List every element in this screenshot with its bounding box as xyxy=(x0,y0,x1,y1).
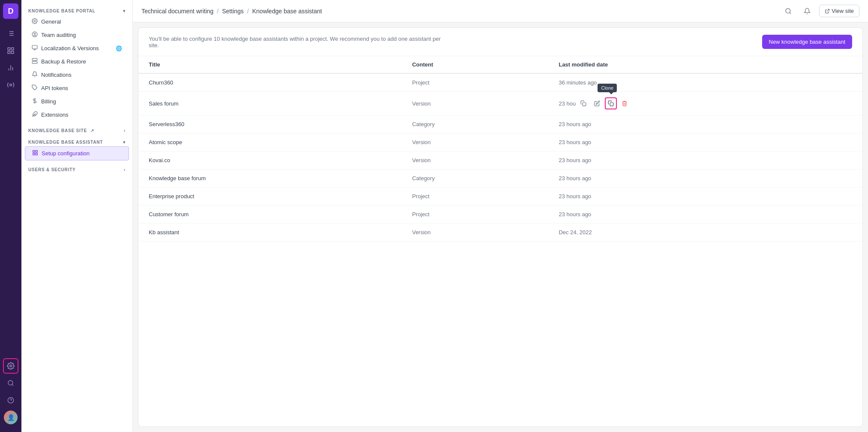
sidebar-item-dashboard[interactable] xyxy=(3,43,18,58)
date-text: 23 hou xyxy=(559,100,576,107)
svg-rect-33 xyxy=(33,151,35,152)
table-row: Sales forumVersion23 houClone xyxy=(138,92,862,115)
icon-bar-nav xyxy=(3,26,18,358)
backup-restore-icon xyxy=(32,58,38,65)
svg-point-19 xyxy=(34,20,36,22)
svg-rect-36 xyxy=(36,153,37,155)
icon-bar-bottom: 👤 xyxy=(3,358,18,429)
sidebar-item-backup-restore[interactable]: Backup & Restore xyxy=(25,55,129,68)
main-area: Technical document writing / Settings / … xyxy=(133,0,868,432)
external-link-icon xyxy=(825,9,830,14)
avatar[interactable]: 👤 xyxy=(3,410,18,425)
breadcrumb: Technical document writing / Settings / … xyxy=(141,8,322,15)
assistants-table: Title Content Last modified date Churn36… xyxy=(138,56,862,242)
svg-rect-9 xyxy=(8,51,10,54)
svg-rect-22 xyxy=(32,45,37,49)
assistant-title-link[interactable]: Knowledge base forum xyxy=(149,175,206,181)
table-row: Churn360Project36 minutes ago xyxy=(138,73,862,92)
assistant-title-link[interactable]: Serverless360 xyxy=(149,121,184,127)
sidebar-item-team-auditing[interactable]: Team auditing xyxy=(25,28,129,42)
assistant-content-type: Version xyxy=(402,92,548,115)
svg-rect-40 xyxy=(583,103,586,106)
content-description: You'll be able to configure 10 knowledge… xyxy=(149,36,449,48)
table-row: Serverless360Category23 hours ago xyxy=(138,115,862,133)
help-icon-button[interactable] xyxy=(3,393,18,408)
extensions-icon xyxy=(32,111,38,118)
svg-rect-34 xyxy=(36,151,37,152)
view-site-button[interactable]: View site xyxy=(819,5,859,17)
sidebar-item-extensions[interactable]: Extensions xyxy=(25,108,129,121)
kb-site-chevron-icon: › xyxy=(124,128,126,133)
header-notifications-button[interactable] xyxy=(800,4,814,18)
svg-point-15 xyxy=(8,381,13,385)
chevron-down-icon: ▾ xyxy=(123,9,126,13)
col-header-last-modified: Last modified date xyxy=(548,56,862,73)
breadcrumb-current: Knowledge base assistant xyxy=(252,8,322,15)
sidebar-item-api-tokens[interactable]: API tokens xyxy=(25,82,129,95)
section-header-knowledge-base-assistant[interactable]: KNOWLEDGE BASE ASSISTANT ▾ xyxy=(21,136,132,146)
notifications-icon xyxy=(32,71,38,79)
section-header-users-security[interactable]: USERS & SECURITY › xyxy=(21,164,132,174)
users-security-chevron-icon: › xyxy=(124,167,126,172)
sidebar-item-billing[interactable]: Billing xyxy=(25,95,129,108)
assistant-title-link[interactable]: Enterprise product xyxy=(149,193,194,199)
sidebar-item-library[interactable] xyxy=(3,26,18,41)
content-header: You'll be able to configure 10 knowledge… xyxy=(138,28,862,56)
breadcrumb-settings: Settings xyxy=(222,8,244,15)
assistant-date-cell: 23 houClone xyxy=(548,92,862,115)
assistant-title-link[interactable]: Churn360 xyxy=(149,79,173,86)
content-area: You'll be able to configure 10 knowledge… xyxy=(138,27,863,427)
section-header-knowledge-base-site[interactable]: KNOWLEDGE BASE SITE ↗ › xyxy=(21,125,132,135)
sidebar-item-tools[interactable] xyxy=(3,77,18,93)
external-link-icon: ↗ xyxy=(90,128,94,133)
assistant-title-link[interactable]: Kovai.co xyxy=(149,157,170,163)
assistant-date-cell: 23 hours ago xyxy=(548,169,862,187)
svg-point-21 xyxy=(34,33,36,35)
assistant-content-type: Version xyxy=(402,151,548,169)
app-logo[interactable]: D xyxy=(3,3,18,19)
table-row: Atomic scopeVersion23 hours ago xyxy=(138,133,862,151)
header-actions: View site xyxy=(781,4,859,18)
svg-rect-6 xyxy=(8,48,10,50)
delete-button[interactable] xyxy=(619,97,631,109)
sidebar-item-localization[interactable]: Localization & Versions 🌐 xyxy=(25,42,129,55)
assistant-title-link[interactable]: Sales forum xyxy=(149,100,178,107)
section-header-knowledge-base-portal[interactable]: KNOWLEDGE BASE PORTAL ▾ xyxy=(21,5,132,15)
svg-line-39 xyxy=(827,9,829,12)
settings-icon-button[interactable] xyxy=(3,358,18,374)
sidebar: KNOWLEDGE BASE PORTAL ▾ General Team aud… xyxy=(21,0,133,432)
assistant-date-cell: 23 hours ago xyxy=(548,151,862,169)
breadcrumb-sep-1: / xyxy=(217,8,219,15)
assistant-content-type: Version xyxy=(402,224,548,242)
search-icon-button[interactable] xyxy=(3,375,18,391)
clone-button[interactable] xyxy=(605,97,617,109)
sidebar-item-setup-configuration[interactable]: Setup configuration xyxy=(25,146,129,160)
sidebar-item-analytics[interactable] xyxy=(3,60,18,76)
svg-rect-8 xyxy=(12,51,14,54)
col-header-title: Title xyxy=(138,56,402,73)
clone-tooltip-wrapper: Clone xyxy=(605,97,617,109)
assistant-title-link[interactable]: Atomic scope xyxy=(149,139,182,145)
svg-rect-25 xyxy=(32,58,37,60)
team-auditing-icon xyxy=(32,31,38,39)
copy-button[interactable] xyxy=(577,97,589,109)
assistant-title-link[interactable]: Kb assistant xyxy=(149,229,179,236)
edit-button[interactable] xyxy=(591,97,603,109)
assistant-content-type: Version xyxy=(402,133,548,151)
svg-line-16 xyxy=(12,384,13,386)
table-row: Knowledge base forumCategory23 hours ago xyxy=(138,169,862,187)
api-tokens-icon xyxy=(32,85,38,92)
icon-bar: D 👤 xyxy=(0,0,21,432)
assistant-content-type: Category xyxy=(402,169,548,187)
svg-point-13 xyxy=(10,84,12,86)
sidebar-item-general[interactable]: General xyxy=(25,15,129,28)
assistant-title-link[interactable]: Customer forum xyxy=(149,211,189,218)
sidebar-item-notifications[interactable]: Notifications xyxy=(25,68,129,82)
new-knowledge-base-assistant-button[interactable]: New knowledge base assistant xyxy=(762,35,853,49)
svg-line-38 xyxy=(790,12,791,14)
assistant-content-type: Project xyxy=(402,205,548,224)
assistant-date-cell: 23 hours ago xyxy=(548,115,862,133)
assistant-content-type: Category xyxy=(402,115,548,133)
header-search-button[interactable] xyxy=(781,4,795,18)
setup-configuration-icon xyxy=(32,150,38,157)
